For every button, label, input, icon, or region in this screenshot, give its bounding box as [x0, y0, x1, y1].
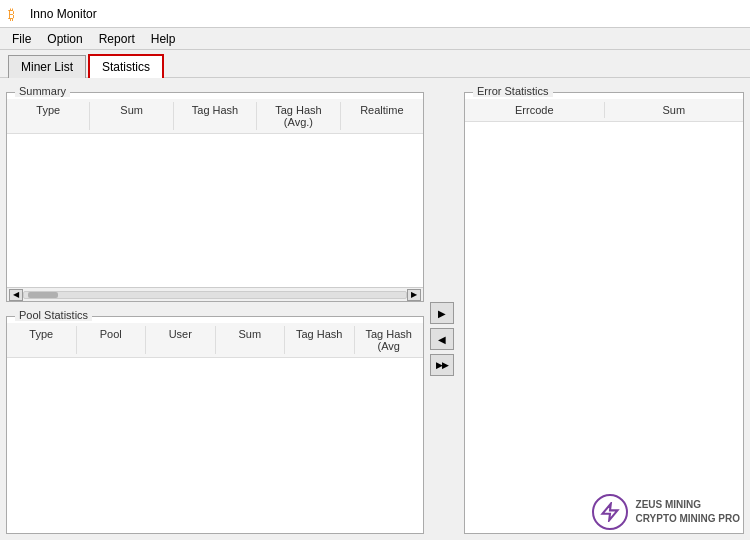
scrollbar-thumb	[28, 292, 58, 298]
menu-help[interactable]: Help	[143, 30, 184, 48]
app-icon: ₿	[8, 6, 24, 22]
move-double-right-button[interactable]: ▶▶	[430, 354, 454, 376]
pool-label: Pool Statistics	[15, 309, 92, 321]
summary-col-type: Type	[7, 102, 90, 130]
tab-statistics[interactable]: Statistics	[88, 54, 164, 78]
move-right-button[interactable]: ▶	[430, 302, 454, 324]
menu-bar: File Option Report Help	[0, 28, 750, 50]
error-table-header: Errcode Sum	[465, 99, 743, 122]
pool-col-sum: Sum	[216, 326, 286, 354]
scrollbar-right-arrow[interactable]: ▶	[407, 289, 421, 301]
left-panel: Summary Type Sum Tag Hash Tag Hash (Avg.…	[6, 84, 424, 534]
pool-table-header: Type Pool User Sum Tag Hash Tag Hash (Av…	[7, 323, 423, 358]
pool-table-body	[7, 358, 423, 533]
menu-option[interactable]: Option	[39, 30, 90, 48]
brand-icon	[592, 494, 628, 530]
pool-panel: Pool Statistics Type Pool User Sum Tag H…	[6, 316, 424, 534]
move-left-button[interactable]: ◀	[430, 328, 454, 350]
tab-miner-list[interactable]: Miner List	[8, 55, 86, 78]
menu-file[interactable]: File	[4, 30, 39, 48]
summary-col-sum: Sum	[90, 102, 173, 130]
app-title: Inno Monitor	[30, 7, 97, 21]
summary-col-taghash-avg: Tag Hash (Avg.)	[257, 102, 340, 130]
summary-col-taghash: Tag Hash	[174, 102, 257, 130]
tab-bar: Miner List Statistics	[0, 50, 750, 78]
pool-col-taghash: Tag Hash	[285, 326, 355, 354]
pool-col-taghash-avg: Tag Hash (Avg	[355, 326, 424, 354]
error-table-body	[465, 122, 743, 533]
scrollbar-left-arrow[interactable]: ◀	[9, 289, 23, 301]
error-panel: Error Statistics Errcode Sum	[464, 92, 744, 534]
pool-col-type: Type	[7, 326, 77, 354]
error-col-sum: Sum	[605, 102, 744, 118]
brand-text: ZEUS MINING CRYPTO MINING PRO	[636, 498, 740, 526]
middle-buttons: ▶ ◀ ▶▶	[430, 84, 458, 534]
summary-label: Summary	[15, 85, 70, 97]
right-panel: Error Statistics Errcode Sum	[464, 84, 744, 534]
summary-scrollbar[interactable]: ◀ ▶	[7, 287, 423, 301]
summary-col-realtime: Realtime	[341, 102, 423, 130]
scrollbar-track	[23, 291, 407, 299]
summary-table-body	[7, 134, 423, 287]
summary-table-header: Type Sum Tag Hash Tag Hash (Avg.) Realti…	[7, 99, 423, 134]
error-label: Error Statistics	[473, 85, 553, 97]
main-content: Summary Type Sum Tag Hash Tag Hash (Avg.…	[0, 78, 750, 540]
pool-col-user: User	[146, 326, 216, 354]
menu-report[interactable]: Report	[91, 30, 143, 48]
title-bar: ₿ Inno Monitor	[0, 0, 750, 28]
brand-watermark: ZEUS MINING CRYPTO MINING PRO	[592, 494, 740, 530]
svg-marker-0	[602, 504, 617, 521]
error-col-errcode: Errcode	[465, 102, 605, 118]
summary-panel: Summary Type Sum Tag Hash Tag Hash (Avg.…	[6, 92, 424, 302]
pool-col-pool: Pool	[77, 326, 147, 354]
